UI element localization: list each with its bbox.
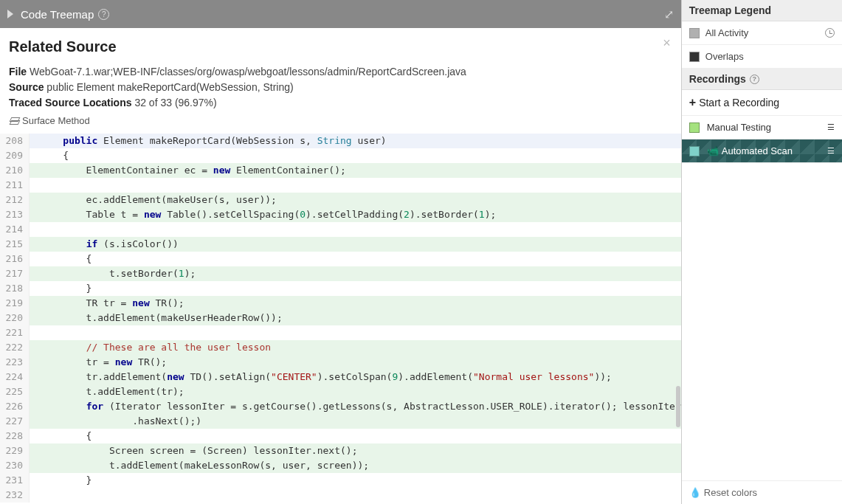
close-icon[interactable]: ×	[663, 35, 671, 51]
code-text: t.addElement(makeUserHeaderRow());	[30, 311, 283, 325]
related-source-header: × Related Source File WebGoat-7.1.war;WE…	[0, 28, 681, 134]
code-line[interactable]: 213 Table t = new Table().setCellSpacing…	[0, 207, 681, 222]
list-icon[interactable]: ☰	[827, 147, 835, 155]
code-text: tr = new TR();	[30, 355, 167, 370]
expand-icon[interactable]: ⤢	[664, 7, 674, 21]
code-line[interactable]: 219 TR tr = new TR();	[0, 296, 681, 311]
line-number: 230	[0, 458, 30, 473]
right-panel: Treemap Legend All ActivityOverlaps Reco…	[682, 0, 842, 504]
recording-item[interactable]: Manual Testing☰	[682, 116, 842, 139]
code-text: {	[30, 252, 92, 266]
line-number: 222	[0, 340, 30, 355]
code-text: {	[30, 429, 92, 443]
code-line[interactable]: 211	[0, 178, 681, 193]
code-line[interactable]: 208 public Element makeReportCard(WebSes…	[0, 134, 681, 148]
code-line[interactable]: 229 Screen screen = (Screen) lessonIter.…	[0, 443, 681, 458]
line-number: 211	[0, 178, 30, 193]
start-recording[interactable]: +Start a Recording	[682, 90, 842, 116]
traced-line: Traced Source Locations 32 of 33 (96.97%…	[9, 95, 672, 111]
code-line[interactable]: 225 t.addElement(tr);	[0, 384, 681, 399]
code-line[interactable]: 228 {	[0, 429, 681, 443]
code-line[interactable]: 221	[0, 325, 681, 340]
legend-header: Treemap Legend	[682, 0, 842, 21]
code-line[interactable]: 232	[0, 488, 681, 503]
scrollbar-thumb[interactable]	[676, 386, 680, 427]
code-line[interactable]: 210 ElementContainer ec = new ElementCon…	[0, 163, 681, 178]
line-number: 214	[0, 222, 30, 237]
line-number: 232	[0, 488, 30, 503]
line-number: 225	[0, 384, 30, 399]
line-number: 226	[0, 399, 30, 414]
droplet-icon: 💧	[689, 487, 701, 498]
line-number: 216	[0, 252, 30, 266]
color-swatch	[689, 28, 700, 38]
code-text: .hasNext();)	[30, 414, 201, 429]
code-text: TR tr = new TR();	[30, 296, 184, 311]
reset-colors[interactable]: 💧Reset colors	[682, 480, 842, 504]
code-line[interactable]: 226 for (Iterator lessonIter = s.getCour…	[0, 399, 681, 414]
color-swatch	[689, 52, 700, 62]
recording-item[interactable]: 📹Automated Scan☰	[682, 139, 842, 163]
legend-item[interactable]: All Activity	[682, 21, 842, 45]
code-text	[30, 178, 40, 193]
file-line: File WebGoat-7.1.war;WEB-INF/classes/org…	[9, 64, 672, 80]
code-line[interactable]: 231 }	[0, 473, 681, 488]
code-line[interactable]: 230 t.addElement(makeLessonRow(s, user, …	[0, 458, 681, 473]
play-icon[interactable]	[7, 10, 13, 18]
code-text: for (Iterator lessonIter = s.getCourse()…	[30, 399, 681, 414]
code-text: ElementContainer ec = new ElementContain…	[30, 163, 346, 178]
code-text	[30, 222, 40, 237]
line-number: 213	[0, 207, 30, 222]
line-number: 215	[0, 237, 30, 252]
list-icon[interactable]: ☰	[827, 123, 835, 131]
code-line[interactable]: 220 t.addElement(makeUserHeaderRow());	[0, 311, 681, 325]
code-line[interactable]: 224 tr.addElement(new TD().setAlign("CEN…	[0, 370, 681, 384]
line-number: 227	[0, 414, 30, 429]
code-text: tr.addElement(new TD().setAlign("CENTER"…	[30, 370, 612, 384]
help-icon[interactable]: ?	[98, 9, 109, 20]
surface-method: Surface Method	[9, 115, 672, 126]
recording-label: Manual Testing	[707, 122, 771, 133]
line-number: 218	[0, 281, 30, 296]
code-area[interactable]: 208 public Element makeReportCard(WebSes…	[0, 134, 681, 504]
recordings-header: Recordings?	[682, 69, 842, 90]
code-line[interactable]: 218 }	[0, 281, 681, 296]
color-swatch	[689, 146, 700, 156]
legend-item[interactable]: Overlaps	[682, 45, 842, 69]
code-text	[30, 488, 40, 503]
line-number: 229	[0, 443, 30, 458]
clock-icon	[825, 28, 835, 38]
color-swatch	[689, 122, 700, 133]
line-number: 228	[0, 429, 30, 443]
code-line[interactable]: 214	[0, 222, 681, 237]
line-number: 219	[0, 296, 30, 311]
code-text: ec.addElement(makeUser(s, user));	[30, 193, 277, 207]
code-line[interactable]: 223 tr = new TR();	[0, 355, 681, 370]
line-number: 217	[0, 266, 30, 281]
code-line[interactable]: 215 if (s.isColor())	[0, 237, 681, 252]
line-number: 210	[0, 163, 30, 178]
code-line[interactable]: 216 {	[0, 252, 681, 266]
code-text: t.setBorder(1);	[30, 266, 196, 281]
line-number: 208	[0, 134, 30, 148]
code-line[interactable]: 227 .hasNext();)	[0, 414, 681, 429]
code-text: }	[30, 473, 92, 488]
legend-label: All Activity	[705, 27, 749, 38]
source-line: Source public Element makeReportCard(Web…	[9, 80, 672, 95]
plus-icon: +	[689, 96, 696, 109]
code-line[interactable]: 217 t.setBorder(1);	[0, 266, 681, 281]
code-line[interactable]: 209 {	[0, 148, 681, 163]
line-number: 212	[0, 193, 30, 207]
code-text: Screen screen = (Screen) lessonIter.next…	[30, 443, 357, 458]
line-number: 223	[0, 355, 30, 370]
line-number: 209	[0, 148, 30, 163]
code-text	[30, 325, 40, 340]
help-icon[interactable]: ?	[750, 75, 759, 84]
legend-label: Overlaps	[705, 51, 744, 62]
code-line[interactable]: 212 ec.addElement(makeUser(s, user));	[0, 193, 681, 207]
code-text: t.addElement(makeLessonRow(s, user, scre…	[30, 458, 369, 473]
layers-icon	[9, 117, 19, 125]
titlebar: Code Treemap ? ⤢	[0, 0, 681, 28]
code-text: t.addElement(tr);	[30, 384, 184, 399]
code-line[interactable]: 222 // These are all the user lesson	[0, 340, 681, 355]
